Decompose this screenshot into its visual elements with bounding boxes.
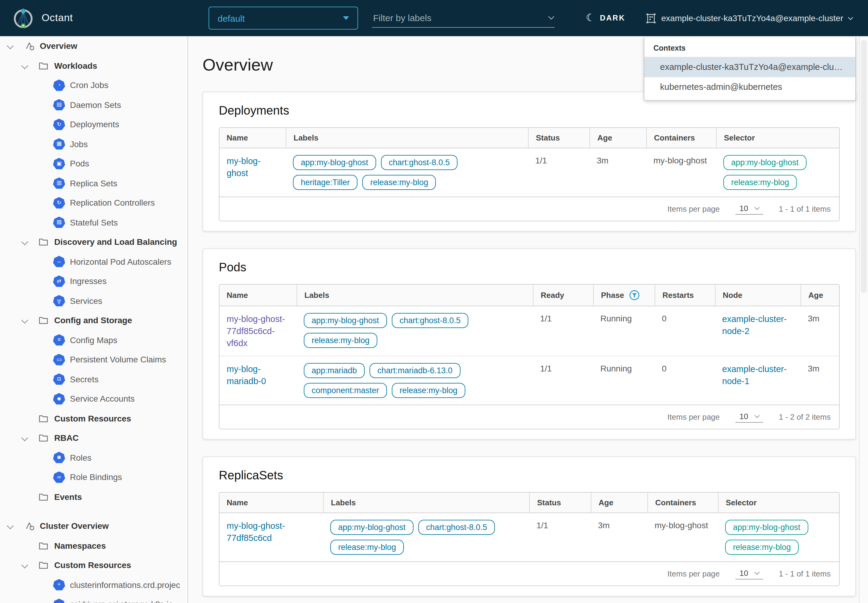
chevron-down-icon xyxy=(848,15,853,20)
overview-icon xyxy=(24,521,36,532)
resource-link[interactable]: my-blog-ghost-77df85c6cd xyxy=(227,521,285,543)
sidebar-item-csidrivers-csi-storage-k8s-io[interactable]: +csidrivers.csi.storage.k8s.io xyxy=(0,595,187,603)
sidebar-item-replication-controllers[interactable]: ↻Replication Controllers xyxy=(0,193,187,213)
chevron-down-icon[interactable] xyxy=(548,14,554,20)
sidebar-item-ingresses[interactable]: ⇄Ingresses xyxy=(0,271,187,291)
chevron-down-icon[interactable] xyxy=(22,62,28,69)
label-chip[interactable]: app:my-blog-ghost xyxy=(304,313,387,328)
label-chip[interactable]: chart:ghost-8.0.5 xyxy=(392,313,469,328)
label-filter-input[interactable] xyxy=(372,12,544,23)
sidebar-item-deployments[interactable]: ↻Deployments xyxy=(0,114,187,134)
octant-app: Octant default ☾ DARK example-clust xyxy=(0,0,868,603)
node-link[interactable]: example-cluster-node-1 xyxy=(722,364,787,386)
label-chip[interactable]: chart:mariadb-6.13.0 xyxy=(369,363,460,378)
selector-chip[interactable]: app:my-blog-ghost xyxy=(725,520,808,535)
chevron-down-icon[interactable] xyxy=(22,317,28,324)
sidebar-item-stateful-sets[interactable]: ▧Stateful Sets xyxy=(0,213,187,232)
chevron-down-icon[interactable] xyxy=(22,238,28,246)
label-chip[interactable]: release:my-blog xyxy=(304,333,377,348)
cell-value: 1/1 xyxy=(540,363,552,373)
sidebar-item-daemon-sets[interactable]: ▤Daemon Sets xyxy=(0,95,187,114)
label-chip[interactable]: release:my-blog xyxy=(392,383,465,398)
pvc-icon: ▭ xyxy=(53,354,65,365)
table-row: my-blog-ghostapp:my-blog-ghostchart:ghos… xyxy=(219,148,839,196)
sidebar-item-config-maps[interactable]: ≡Config Maps xyxy=(0,330,187,350)
sidebar-item-role-bindings[interactable]: ∞Role Bindings xyxy=(0,467,187,487)
scrollbar[interactable] xyxy=(859,36,868,603)
sidebar-item-overview[interactable]: Overview xyxy=(0,36,187,56)
datagrid-replicasets: NameLabelsStatusAgeContainersSelectormy-… xyxy=(219,492,840,586)
node-link[interactable]: example-cluster-node-2 xyxy=(722,314,787,336)
column-header-selector: Selector xyxy=(718,493,839,513)
sidebar-item-custom-resources[interactable]: Custom Resources xyxy=(0,555,187,575)
chevron-down-icon[interactable] xyxy=(7,523,14,529)
chevron-down-icon[interactable] xyxy=(7,43,14,49)
label-chip[interactable]: chart:ghost-8.0.5 xyxy=(419,520,495,535)
context-menu-item[interactable]: example-cluster-ka3TuTzYo4a@example-clu… xyxy=(644,57,855,77)
resource-link[interactable]: my-blog-mariadb-0 xyxy=(227,364,266,386)
sidebar-item-persistent-volume-claims[interactable]: ▭Persistent Volume Claims xyxy=(0,350,187,370)
sidebar-item-secrets[interactable]: ◘Secrets xyxy=(0,370,187,389)
sidebar-item-cluster-overview[interactable]: Cluster Overview xyxy=(0,516,187,536)
selector-chip[interactable]: release:my-blog xyxy=(723,175,797,190)
selector-chip[interactable]: app:my-blog-ghost xyxy=(723,155,806,170)
sidebar-item-label: Roles xyxy=(70,453,92,462)
chevron-down-icon[interactable] xyxy=(22,434,28,441)
column-header-containers: Containers xyxy=(646,128,716,148)
sidebar-item-label: Pods xyxy=(70,159,89,169)
sidebar-item-config-and-storage[interactable]: Config and Storage xyxy=(0,311,187,330)
table-header: NameLabelsReadyPhaseRestartsNodeAge xyxy=(219,284,839,306)
folder-icon xyxy=(39,434,48,442)
label-chip[interactable]: component:master xyxy=(304,383,387,398)
sidebar-item-replica-sets[interactable]: ▥Replica Sets xyxy=(0,173,187,193)
sidebar-item-discovery-and-load-balancing[interactable]: Discovery and Load Balancing xyxy=(0,232,187,252)
selector-chip[interactable]: release:my-blog xyxy=(725,540,798,555)
sidebar-item-events[interactable]: Events xyxy=(0,487,187,507)
page-size-select[interactable]: 10 xyxy=(735,204,763,214)
column-header-name: Name xyxy=(219,284,297,306)
resource-link[interactable]: my-blog-ghost-77df85c6cd-vf6dx xyxy=(227,314,285,348)
folder-icon xyxy=(39,62,48,70)
sidebar-item-label: Workloads xyxy=(54,61,97,71)
sidebar-item-custom-resources[interactable]: Custom Resources xyxy=(0,408,187,428)
statefulset-icon: ▧ xyxy=(53,217,65,228)
items-per-page-label: Items per page xyxy=(667,569,720,578)
sidebar-item-clusterinformations-crd-projec[interactable]: +clusterinformations.crd.projec xyxy=(0,575,187,595)
label-chip[interactable]: app:my-blog-ghost xyxy=(293,155,376,170)
label-chip[interactable]: app:mariadb xyxy=(304,363,364,378)
chevron-down-icon xyxy=(755,570,760,575)
resource-link[interactable]: my-blog-ghost xyxy=(227,156,261,178)
sidebar-item-service-accounts[interactable]: ☻Service Accounts xyxy=(0,389,187,408)
page-size-select[interactable]: 10 xyxy=(735,411,763,422)
cell-age: 3m xyxy=(590,148,646,196)
label-chip[interactable]: release:my-blog xyxy=(331,540,404,555)
context-switcher[interactable]: example-cluster-ka3TuTzYo4a@example-clus… xyxy=(646,0,853,36)
label-chip[interactable]: heritage:Tiller xyxy=(293,175,358,190)
column-header-restarts: Restarts xyxy=(655,284,715,306)
sidebar-item-roles[interactable]: ◙Roles xyxy=(0,448,187,467)
sidebar-item-horizontal-pod-autoscalers[interactable]: ↔Horizontal Pod Autoscalers xyxy=(0,252,187,271)
sidebar-item-workloads[interactable]: Workloads xyxy=(0,56,187,76)
cell-value: Running xyxy=(600,314,632,323)
theme-toggle-button[interactable]: ☾ DARK xyxy=(586,0,626,36)
context-menu-item[interactable]: kubernetes-admin@kubernetes xyxy=(644,77,855,97)
sidebar-item-services[interactable]: ╦Services xyxy=(0,291,187,311)
page-size-select[interactable]: 10 xyxy=(735,568,763,579)
main-content: Overview DeploymentsNameLabelsStatusAgeC… xyxy=(188,36,859,603)
filter-icon[interactable] xyxy=(630,290,640,300)
label-chip[interactable]: app:my-blog-ghost xyxy=(331,520,414,535)
card-title-replicasets: ReplicaSets xyxy=(219,467,840,484)
chevron-down-icon[interactable] xyxy=(22,562,28,569)
scrollbar-thumb[interactable] xyxy=(861,40,867,293)
sidebar-item-cron-jobs[interactable]: ◔Cron Jobs xyxy=(0,76,187,95)
sidebar-item-label: Stateful Sets xyxy=(70,218,118,227)
label-chip[interactable]: chart:ghost-8.0.5 xyxy=(381,155,458,170)
sidebar-item-namespaces[interactable]: Namespaces xyxy=(0,536,187,555)
pagination: Items per page101 - 2 of 2 items xyxy=(219,405,839,429)
moon-icon: ☾ xyxy=(586,12,595,23)
sidebar-item-pods[interactable]: ▣Pods xyxy=(0,154,187,173)
namespace-select[interactable]: default xyxy=(209,7,358,29)
sidebar-item-jobs[interactable]: ▦Jobs xyxy=(0,134,187,154)
label-chip[interactable]: release:my-blog xyxy=(363,175,436,190)
sidebar-item-rbac[interactable]: RBAC xyxy=(0,428,187,448)
